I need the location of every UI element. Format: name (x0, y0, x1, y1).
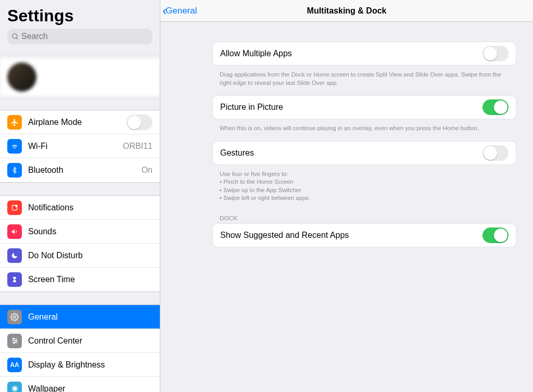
search-field[interactable] (7, 29, 153, 44)
sliders-icon (7, 334, 22, 348)
sidebar-item-label: Wi-Fi (28, 142, 123, 151)
sidebar-item-label: Screen Time (28, 275, 153, 284)
back-button[interactable]: ‹ General (160, 5, 197, 17)
recent-apps-card: Show Suggested and Recent Apps (212, 223, 516, 247)
system-group: General Control Center AA Display & Brig… (0, 305, 160, 392)
dock-section-label: DOCK (212, 211, 516, 223)
gestures-label: Gestures (220, 148, 254, 158)
pip-toggle[interactable] (483, 99, 509, 115)
wifi-icon (7, 139, 22, 154)
svg-line-1 (16, 37, 18, 39)
sidebar-item-notifications[interactable]: Notifications (0, 196, 160, 220)
sidebar-item-sounds[interactable]: Sounds (0, 220, 160, 244)
sidebar-item-bluetooth[interactable]: Bluetooth On (0, 158, 160, 182)
apple-id-row[interactable] (0, 57, 160, 97)
pip-desc: When this is on, videos will continue pl… (212, 121, 516, 141)
display-icon: AA (7, 358, 22, 372)
recent-apps-label: Show Suggested and Recent Apps (220, 231, 349, 240)
top-bar: ‹ General Multitasking & Dock (160, 0, 533, 22)
sidebar-item-label: Do Not Disturb (28, 251, 153, 260)
sidebar-item-label: Control Center (28, 336, 153, 346)
wifi-value: ORBI11 (123, 142, 153, 151)
allow-multiple-row[interactable]: Allow Multiple Apps (213, 42, 516, 65)
svg-point-9 (12, 338, 14, 340)
pip-card: Picture in Picture (212, 95, 516, 119)
page-title: Multitasking & Dock (160, 6, 533, 16)
hourglass-icon (7, 272, 22, 287)
sidebar-item-controlcenter[interactable]: Control Center (0, 329, 160, 353)
sidebar-item-label: Notifications (28, 203, 153, 212)
notifications-icon (7, 200, 22, 215)
avatar (7, 62, 36, 92)
sidebar-item-label: Sounds (28, 227, 153, 236)
sidebar-item-label: Wallpaper (28, 384, 153, 393)
moon-icon (7, 248, 22, 263)
allow-multiple-card: Allow Multiple Apps (212, 42, 516, 66)
allow-multiple-toggle[interactable] (483, 46, 509, 61)
sidebar-item-screentime[interactable]: Screen Time (0, 268, 160, 292)
wallpaper-icon (7, 382, 22, 393)
svg-point-10 (15, 340, 17, 342)
sounds-icon (7, 224, 22, 239)
bluetooth-value: On (142, 166, 153, 175)
gestures-card: Gestures (212, 141, 516, 165)
sidebar-item-label: Bluetooth (28, 166, 142, 175)
main-panel: ‹ General Multitasking & Dock Allow Mult… (160, 0, 533, 392)
sidebar-item-label: Display & Brightness (28, 360, 153, 370)
gestures-desc: Use four or five fingers to: • Pinch to … (212, 167, 516, 211)
settings-sidebar: Settings Airplane Mode (0, 0, 160, 392)
search-icon (11, 33, 19, 41)
svg-point-4 (15, 205, 18, 207)
sidebar-item-wifi[interactable]: Wi-Fi ORBI11 (0, 134, 160, 158)
sidebar-header: Settings (0, 0, 160, 47)
search-input[interactable] (21, 32, 148, 41)
wireless-group: Airplane Mode Wi-Fi ORBI11 Bluetooth On (0, 110, 160, 183)
pip-label: Picture in Picture (220, 103, 283, 112)
allow-multiple-label: Allow Multiple Apps (220, 49, 292, 58)
notifications-group: Notifications Sounds Do Not Disturb Scre… (0, 195, 160, 292)
gestures-toggle[interactable] (483, 145, 509, 161)
sidebar-item-label: General (28, 312, 153, 322)
gear-icon (7, 310, 22, 324)
back-label: General (166, 6, 197, 16)
sidebar-item-airplane[interactable]: Airplane Mode (0, 110, 160, 134)
sidebar-item-dnd[interactable]: Do Not Disturb (0, 244, 160, 268)
gestures-row[interactable]: Gestures (213, 142, 516, 165)
sidebar-item-display[interactable]: AA Display & Brightness (0, 353, 160, 377)
svg-point-2 (14, 148, 15, 149)
airplane-toggle[interactable] (126, 115, 153, 130)
bluetooth-icon (7, 163, 22, 178)
recent-apps-toggle[interactable] (483, 227, 509, 243)
settings-title: Settings (7, 6, 153, 26)
svg-point-11 (14, 342, 15, 344)
sidebar-item-label: Airplane Mode (28, 118, 126, 127)
airplane-icon (7, 115, 22, 130)
svg-point-5 (14, 316, 16, 318)
allow-multiple-desc: Drag applications from the Dock or Home … (212, 68, 516, 95)
content-area: Allow Multiple Apps Drag applications fr… (160, 22, 533, 249)
recent-apps-row[interactable]: Show Suggested and Recent Apps (213, 224, 516, 247)
svg-point-0 (12, 33, 17, 38)
svg-point-13 (14, 387, 16, 390)
sidebar-item-general[interactable]: General (0, 305, 160, 329)
pip-row[interactable]: Picture in Picture (213, 96, 516, 119)
sidebar-item-wallpaper[interactable]: Wallpaper (0, 377, 160, 392)
